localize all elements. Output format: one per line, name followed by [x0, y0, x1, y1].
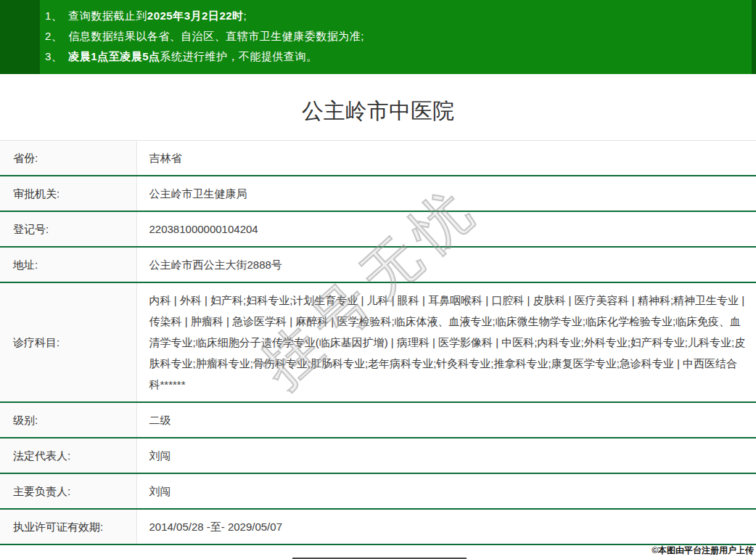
banner-left-accent: [0, 0, 40, 74]
row-value: 吉林省: [136, 141, 756, 176]
table-row: 主要负责人: 刘闯: [0, 473, 756, 509]
notice-item: 2、信息数据结果以各省、自治区、直辖市卫生健康委数据为准;: [45, 26, 756, 46]
row-value: 刘闯: [136, 473, 756, 509]
hospital-info-table: 省份: 吉林省 审批机关: 公主岭市卫生健康局 登记号: 22038100000…: [0, 140, 756, 545]
table-row: 审批机关: 公主岭市卫生健康局: [0, 176, 756, 211]
notice-number: 3、: [45, 50, 62, 62]
row-value: 公主岭市西公主大街2888号: [136, 247, 756, 282]
notice-item: 3、凌晨1点至凌晨5点系统进行维护，不能提供查询。: [45, 46, 756, 67]
copyright-note: ©本图由平台注册用户上传: [652, 544, 754, 557]
row-label: 诊疗科目:: [0, 282, 136, 402]
row-label: 执业许可证有效期:: [0, 509, 136, 544]
notice-number: 2、: [45, 30, 62, 42]
row-value: 2014/05/28 -至- 2029/05/07: [136, 509, 756, 544]
notice-text: 信息数据结果以各省、自治区、直辖市卫生健康委数据为准;: [68, 30, 364, 42]
row-value: 二级: [136, 402, 756, 438]
row-label: 省份:: [0, 141, 136, 176]
notice-text: 系统进行维护，不能提供查询。: [160, 50, 318, 62]
row-label: 法定代表人:: [0, 438, 136, 473]
notice-item: 1、查询数据截止到2025年3月2日22时;: [45, 6, 756, 26]
row-label: 登记号:: [0, 211, 136, 247]
table-row: 诊疗科目: 内科 | 外科 | 妇产科;妇科专业;计划生育专业 | 儿科 | 眼…: [0, 282, 756, 402]
row-value: 220381000000104204: [136, 211, 756, 247]
notice-number: 1、: [45, 9, 62, 22]
notice-text: ;: [244, 9, 247, 22]
row-value: 刘闯: [136, 438, 756, 473]
notice-text-bold: 凌晨1点至凌晨5点: [68, 50, 160, 62]
row-label: 审批机关:: [0, 176, 136, 211]
table-row: 法定代表人: 刘闯: [0, 438, 756, 473]
table-row: 地址: 公主岭市西公主大街2888号: [0, 247, 756, 282]
table-row: 登记号: 220381000000104204: [0, 211, 756, 247]
row-label: 级别:: [0, 402, 136, 438]
notice-text-bold: 2025年3月2日22时: [147, 9, 244, 22]
table-row: 省份: 吉林省: [0, 141, 756, 176]
table-row: 级别: 二级: [0, 402, 756, 438]
page-title: 公主岭市中医院: [0, 97, 756, 126]
notice-banner: 1、查询数据截止到2025年3月2日22时; 2、信息数据结果以各省、自治区、直…: [0, 0, 756, 74]
table-row: 执业许可证有效期: 2014/05/28 -至- 2029/05/07: [0, 509, 756, 544]
row-label: 主要负责人:: [0, 473, 136, 509]
row-value: 公主岭市卫生健康局: [136, 176, 756, 211]
row-label: 地址:: [0, 247, 136, 282]
row-value: 内科 | 外科 | 妇产科;妇科专业;计划生育专业 | 儿科 | 眼科 | 耳鼻…: [136, 282, 756, 402]
notice-text: 查询数据截止到: [68, 9, 147, 22]
